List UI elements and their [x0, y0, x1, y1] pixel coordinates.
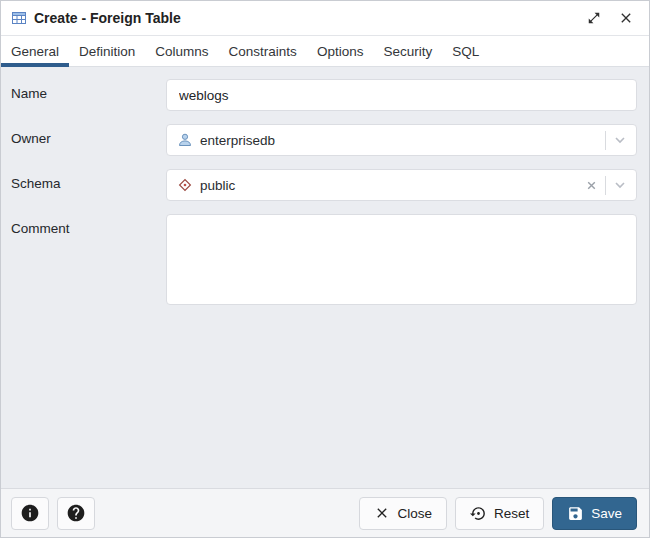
foreign-table-icon — [11, 10, 27, 26]
comment-row: Comment — [11, 214, 637, 308]
chevron-down-icon[interactable] — [612, 132, 628, 148]
help-icon[interactable] — [57, 497, 95, 530]
user-icon — [177, 132, 193, 148]
tab-constraints[interactable]: Constraints — [219, 36, 307, 66]
dialog-titlebar: Create - Foreign Table — [1, 1, 649, 36]
schema-value: public — [200, 178, 235, 193]
reset-button-label: Reset — [494, 506, 529, 521]
tab-options[interactable]: Options — [307, 36, 374, 66]
comment-textarea[interactable] — [166, 214, 637, 305]
close-button[interactable]: Close — [359, 497, 447, 530]
reset-button[interactable]: Reset — [455, 497, 544, 530]
save-icon — [567, 505, 584, 522]
schema-row: Schema public — [11, 169, 637, 201]
schema-diamond-icon — [177, 177, 193, 193]
tab-definition[interactable]: Definition — [69, 36, 145, 66]
owner-select[interactable]: enterprisedb — [166, 124, 637, 156]
schema-select[interactable]: public — [166, 169, 637, 201]
select-separator — [605, 131, 606, 150]
save-button-label: Save — [591, 506, 622, 521]
schema-label: Schema — [11, 169, 166, 191]
expand-icon[interactable] — [583, 7, 605, 29]
dialog-title: Create - Foreign Table — [34, 10, 181, 26]
general-tab-panel: Name Owner enterprisedb — [1, 67, 649, 488]
close-icon[interactable] — [615, 7, 637, 29]
close-button-label: Close — [397, 506, 432, 521]
tab-general[interactable]: General — [1, 36, 69, 66]
tab-sql[interactable]: SQL — [442, 36, 489, 66]
comment-label: Comment — [11, 214, 166, 236]
create-foreign-table-dialog: Create - Foreign Table General Definitio… — [0, 0, 650, 538]
tab-columns[interactable]: Columns — [145, 36, 218, 66]
info-icon[interactable] — [11, 497, 49, 530]
tab-security[interactable]: Security — [373, 36, 442, 66]
owner-label: Owner — [11, 124, 166, 146]
select-separator — [605, 176, 606, 195]
clear-icon[interactable] — [584, 178, 599, 193]
name-row: Name — [11, 79, 637, 111]
name-input[interactable] — [166, 79, 637, 111]
dialog-tabs: General Definition Columns Constraints O… — [1, 36, 649, 67]
save-button[interactable]: Save — [552, 497, 637, 530]
reset-icon — [470, 505, 487, 522]
owner-value: enterprisedb — [200, 133, 275, 148]
owner-row: Owner enterprisedb — [11, 124, 637, 156]
chevron-down-icon[interactable] — [612, 177, 628, 193]
name-label: Name — [11, 79, 166, 101]
dialog-footer: Close Reset Save — [1, 488, 649, 537]
close-x-icon — [374, 505, 390, 521]
